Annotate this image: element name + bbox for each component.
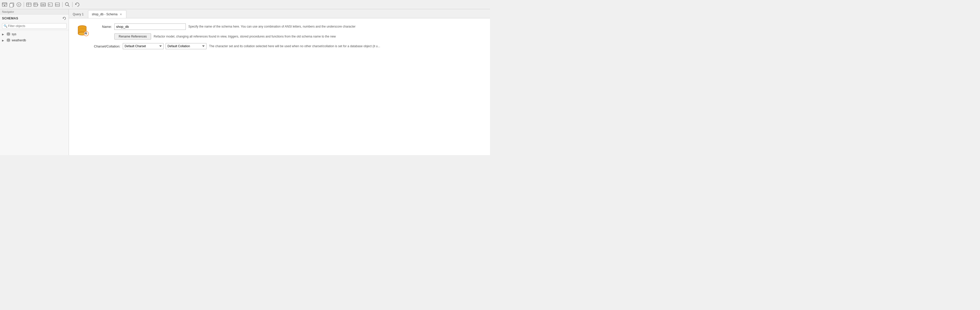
editor-form: Name: Specify the name of the schema her… [94, 24, 482, 49]
sidebar-actions [62, 16, 67, 21]
content-area: Query 1 shop_db - Schema ✕ [69, 9, 490, 155]
name-label: Name: [94, 25, 112, 29]
schema-name-sys: sys [12, 32, 16, 36]
name-input[interactable] [115, 24, 186, 30]
charset-label: Charset/Collation: [94, 45, 120, 48]
charset-controls: Default Charset Default Collation [123, 43, 207, 49]
rename-references-button[interactable]: Rename References [115, 33, 151, 40]
svg-rect-8 [27, 3, 31, 6]
svg-rect-1 [2, 3, 7, 4]
svg-rect-5 [10, 3, 13, 7]
new-schema-icon[interactable] [2, 2, 8, 8]
table-create-icon[interactable] [26, 2, 32, 8]
refresh-icon[interactable] [74, 2, 80, 8]
editor-icon-area [76, 24, 90, 38]
db-icon [6, 38, 11, 43]
name-description: Specify the name of the schema here. You… [188, 24, 355, 29]
table-view-icon[interactable] [40, 2, 46, 8]
schema-db-icon [76, 24, 90, 38]
tab-shop-schema[interactable]: shop_db - Schema ✕ [88, 10, 127, 18]
db-icon [6, 32, 11, 37]
expand-arrow: ▶ [2, 33, 5, 36]
collation-select[interactable]: Default Collation [165, 43, 207, 49]
rename-form-row: Rename References Refactor model, changi… [94, 33, 482, 40]
search-toolbar-icon[interactable] [64, 2, 70, 8]
svg-point-22 [65, 3, 68, 6]
expand-arrow: ▶ [2, 39, 5, 42]
sidebar-refresh-icon[interactable] [62, 16, 67, 21]
copy-icon[interactable] [9, 2, 15, 8]
schemas-label: SCHEMAS [2, 17, 18, 20]
svg-rect-11 [34, 3, 37, 6]
filter-container: 🔍 [0, 22, 68, 30]
navigator-header: Navigator [0, 9, 68, 14]
svg-line-23 [68, 5, 70, 6]
svg-text:fn: fn [49, 3, 51, 6]
svg-text:func: func [56, 4, 59, 6]
function-icon[interactable]: func [54, 2, 60, 8]
schema-editor: Name: Specify the name of the schema her… [69, 18, 490, 155]
charset-form-row: Charset/Collation: Default Charset Defau… [94, 43, 482, 49]
charset-select[interactable]: Default Charset [123, 43, 164, 49]
separator-3 [72, 2, 73, 7]
svg-point-17 [43, 4, 44, 5]
schema-list: ▶ sys ▶ [0, 30, 68, 155]
table-edit-icon[interactable] [33, 2, 39, 8]
editor-row: Name: Specify the name of the schema her… [76, 24, 482, 49]
info-icon[interactable]: i [16, 2, 22, 8]
tab-query1[interactable]: Query 1 [69, 10, 88, 18]
tab-close-icon[interactable]: ✕ [119, 13, 123, 16]
name-form-row: Name: Specify the name of the schema her… [94, 24, 482, 30]
svg-text:i: i [18, 3, 19, 6]
sidebar: Navigator SCHEMAS 🔍 ▶ [0, 9, 69, 155]
main-container: Navigator SCHEMAS 🔍 ▶ [0, 9, 490, 155]
toolbar: i fn func [0, 0, 490, 9]
navigator-label: Navigator [2, 10, 14, 13]
charset-description: The character set and its collation sele… [209, 44, 380, 48]
tab-query1-label: Query 1 [73, 13, 84, 16]
list-item[interactable]: ▶ sys [0, 31, 68, 37]
svg-point-26 [7, 35, 10, 36]
separator-1 [24, 2, 24, 7]
tab-bar: Query 1 shop_db - Schema ✕ [69, 9, 490, 18]
rename-description: Refactor model, changing all references … [154, 35, 336, 39]
filter-objects-input[interactable] [2, 23, 67, 29]
schema-name-weatherdb: weatherdb [12, 38, 26, 42]
list-item[interactable]: ▶ weatherdb [0, 37, 68, 43]
svg-point-31 [7, 41, 10, 42]
procedure-icon[interactable]: fn [47, 2, 53, 8]
tab-shop-schema-label: shop_db - Schema [92, 13, 118, 16]
sidebar-schemas-header: SCHEMAS [0, 14, 68, 21]
charset-select-wrapper: Default Charset [123, 43, 164, 49]
collation-select-wrapper: Default Collation [165, 43, 207, 49]
filter-wrapper: 🔍 [2, 23, 67, 29]
